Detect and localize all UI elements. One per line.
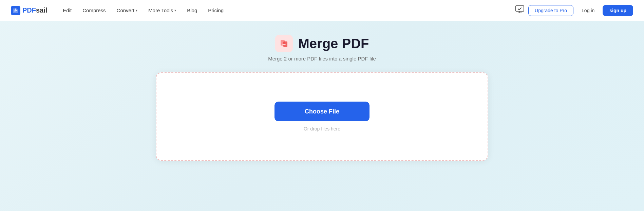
upgrade-button[interactable]: Upgrade to Pro xyxy=(528,5,573,16)
drop-zone[interactable]: Choose File Or drop files here xyxy=(156,72,488,161)
nav-convert[interactable]: Convert ▾ xyxy=(112,5,143,16)
page-header: Merge PDF Merge 2 or more PDF files into… xyxy=(268,35,376,61)
page-subtitle: Merge 2 or more PDF files into a single … xyxy=(268,56,376,61)
title-row: Merge PDF xyxy=(275,35,369,52)
nav-links: Edit Compress Convert ▾ More Tools ▾ Blo… xyxy=(58,5,515,16)
monitor-icon[interactable] xyxy=(515,5,524,16)
logo[interactable]: PDFsail xyxy=(11,6,47,15)
nav-right: Upgrade to Pro Log in sign up xyxy=(515,5,633,16)
drop-hint-text: Or drop files here xyxy=(304,126,340,131)
logo-text: PDFsail xyxy=(22,6,47,14)
merge-pdf-icon xyxy=(275,35,293,52)
nav-blog[interactable]: Blog xyxy=(182,5,202,16)
nav-more-tools[interactable]: More Tools ▾ xyxy=(144,5,181,16)
main-content: Merge PDF Merge 2 or more PDF files into… xyxy=(0,21,644,174)
logo-icon xyxy=(11,6,20,15)
navbar: PDFsail Edit Compress Convert ▾ More Too… xyxy=(0,0,644,21)
signup-button[interactable]: sign up xyxy=(603,5,633,16)
page-title: Merge PDF xyxy=(298,36,369,51)
choose-file-button[interactable]: Choose File xyxy=(274,102,370,121)
nav-compress[interactable]: Compress xyxy=(78,5,110,16)
nav-edit[interactable]: Edit xyxy=(58,5,76,16)
nav-pricing[interactable]: Pricing xyxy=(203,5,228,16)
chevron-down-icon: ▾ xyxy=(136,8,137,12)
login-button[interactable]: Log in xyxy=(577,5,599,16)
chevron-down-icon: ▾ xyxy=(174,8,176,12)
svg-rect-1 xyxy=(516,6,524,11)
